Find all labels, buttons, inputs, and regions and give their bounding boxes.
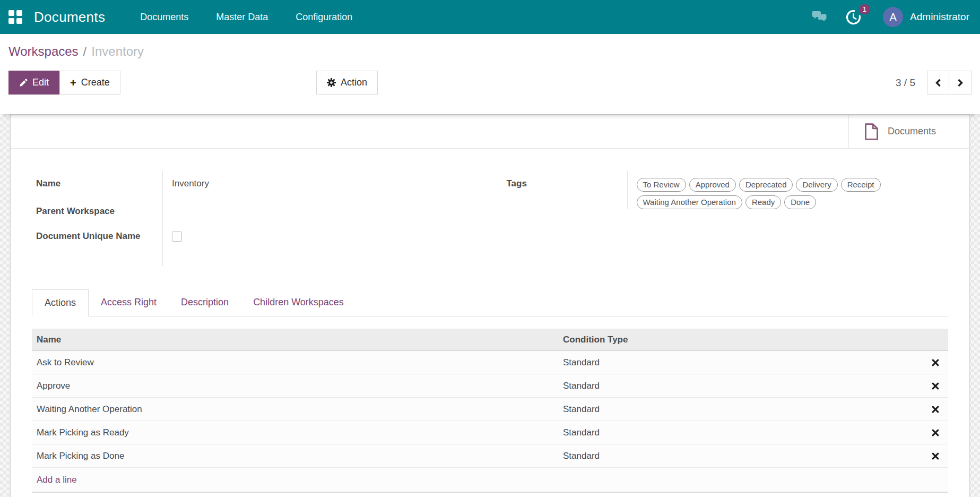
- tag-pill-done: Done: [784, 195, 816, 209]
- breadcrumb-workspaces-link[interactable]: Workspaces: [8, 44, 79, 58]
- create-button[interactable]: + Create: [59, 71, 120, 95]
- nav-item-documents[interactable]: Documents: [140, 12, 188, 23]
- row-name-cell: Waiting Another Operation: [32, 404, 558, 415]
- user-name[interactable]: Administrator: [910, 11, 969, 23]
- nav-item-master-data[interactable]: Master Data: [216, 12, 268, 23]
- row-name-cell: Ask to Review: [32, 357, 558, 368]
- tag-pill-approved: Approved: [689, 178, 736, 192]
- row-condition-cell: Standard: [558, 381, 922, 391]
- stat-button-row: Documents: [11, 115, 969, 149]
- gear-icon: [327, 78, 336, 87]
- notebook-tabs: Actions Access Right Description Childre…: [32, 289, 948, 316]
- table-row[interactable]: Mark Picking as Ready Standard: [32, 421, 948, 444]
- apps-grid-icon[interactable]: [8, 10, 22, 24]
- delete-row-button[interactable]: [922, 452, 948, 460]
- avatar[interactable]: A: [883, 7, 903, 27]
- form-fields: Name Inventory Parent Workspace Document…: [11, 149, 969, 493]
- actions-tab-content: Name Condition Type Ask to Review Standa…: [32, 316, 948, 493]
- tab-actions[interactable]: Actions: [32, 289, 89, 316]
- document-unique-name-checkbox[interactable]: [172, 232, 182, 242]
- field-group-left: Name Inventory Parent Workspace Document…: [32, 171, 478, 266]
- row-name-cell: Mark Picking as Ready: [32, 427, 558, 438]
- table-row[interactable]: Mark Picking as Done Standard: [32, 444, 948, 468]
- activity-badge: 1: [859, 4, 870, 14]
- plus-icon: +: [70, 78, 76, 88]
- row-condition-cell: Standard: [558, 404, 922, 415]
- x-icon: [932, 452, 939, 460]
- control-panel: Workspaces/Inventory Edit + Create: [0, 34, 980, 114]
- tags-label: Tags: [502, 171, 627, 209]
- breadcrumb-current: Inventory: [91, 44, 144, 58]
- app-brand[interactable]: Documents: [34, 9, 105, 25]
- documents-stat-button[interactable]: Documents: [848, 115, 969, 148]
- activity-icon[interactable]: 1: [845, 9, 862, 25]
- tag-pill-waiting-another-operation: Waiting Another Operation: [637, 195, 742, 209]
- pager-previous-button[interactable]: [927, 71, 949, 95]
- delete-row-button[interactable]: [922, 382, 948, 390]
- column-header-name[interactable]: Name: [32, 335, 558, 345]
- document-unique-name-label: Document Unique Name: [32, 224, 162, 266]
- tab-access-right[interactable]: Access Right: [89, 289, 169, 316]
- tag-pill-delivery: Delivery: [796, 178, 837, 192]
- tab-description[interactable]: Description: [169, 289, 241, 316]
- table-row[interactable]: Waiting Another Operation Standard: [32, 398, 948, 421]
- x-icon: [932, 406, 939, 413]
- nav-item-configuration[interactable]: Configuration: [296, 12, 352, 23]
- breadcrumb: Workspaces/Inventory: [8, 43, 972, 59]
- row-name-cell: Approve: [32, 381, 558, 391]
- pager-count[interactable]: 3 / 5: [896, 77, 915, 89]
- delete-row-button[interactable]: [922, 406, 948, 413]
- delete-row-button[interactable]: [922, 429, 948, 436]
- tab-children-workspaces[interactable]: Children Workspaces: [241, 289, 356, 316]
- row-name-cell: Mark Picking as Done: [32, 451, 558, 461]
- column-header-condition-type[interactable]: Condition Type: [558, 335, 922, 345]
- form-sheet: Documents Name Inventory Parent Workspac…: [10, 114, 970, 497]
- top-navbar: Documents Documents Master Data Configur…: [0, 0, 980, 34]
- row-condition-cell: Standard: [558, 357, 922, 368]
- tags-list: To Review Approved Deprecated Delivery R…: [637, 177, 934, 209]
- table-header: Name Condition Type: [32, 329, 948, 351]
- app-menu: Documents Master Data Configuration: [140, 12, 352, 23]
- tag-pill-deprecated: Deprecated: [739, 178, 793, 192]
- parent-workspace-label: Parent Workspace: [32, 199, 162, 224]
- pager-next-button[interactable]: [949, 71, 972, 95]
- delete-row-button[interactable]: [922, 359, 948, 366]
- chevron-right-icon: [957, 79, 964, 87]
- actions-table: Name Condition Type Ask to Review Standa…: [32, 329, 948, 493]
- tags-field-value: To Review Approved Deprecated Delivery R…: [627, 171, 949, 209]
- table-row[interactable]: Ask to Review Standard: [32, 351, 948, 374]
- messages-icon[interactable]: [812, 11, 827, 23]
- pencil-icon: [19, 79, 28, 87]
- navbar-systray: 1 A Administrator: [812, 7, 969, 27]
- document-icon: [864, 123, 879, 140]
- x-icon: [932, 429, 939, 436]
- parent-workspace-value: [162, 199, 478, 224]
- pager-buttons: [927, 71, 972, 95]
- pager: 3 / 5: [896, 71, 972, 95]
- add-a-line-link[interactable]: Add a line: [32, 468, 948, 493]
- chevron-left-icon: [934, 79, 942, 87]
- field-group-right: Tags To Review Approved Deprecated Deliv…: [502, 171, 949, 266]
- row-condition-cell: Standard: [558, 451, 922, 461]
- stat-button-label: Documents: [888, 126, 936, 137]
- tag-pill-to-review: To Review: [637, 178, 686, 192]
- breadcrumb-separator: /: [83, 44, 87, 58]
- x-icon: [932, 382, 939, 390]
- edit-button[interactable]: Edit: [8, 71, 59, 95]
- name-field-value: Inventory: [162, 171, 478, 199]
- table-row[interactable]: Approve Standard: [32, 374, 948, 398]
- name-field-label: Name: [32, 171, 162, 199]
- x-icon: [932, 359, 939, 366]
- tag-pill-ready: Ready: [745, 195, 781, 209]
- control-panel-buttons: Edit + Create Action: [8, 71, 972, 95]
- notebook: Actions Access Right Description Childre…: [32, 289, 948, 493]
- tag-pill-receipt: Receipt: [841, 178, 881, 192]
- content-background: Documents Name Inventory Parent Workspac…: [0, 114, 980, 497]
- action-button[interactable]: Action: [316, 71, 378, 95]
- row-condition-cell: Standard: [558, 427, 922, 438]
